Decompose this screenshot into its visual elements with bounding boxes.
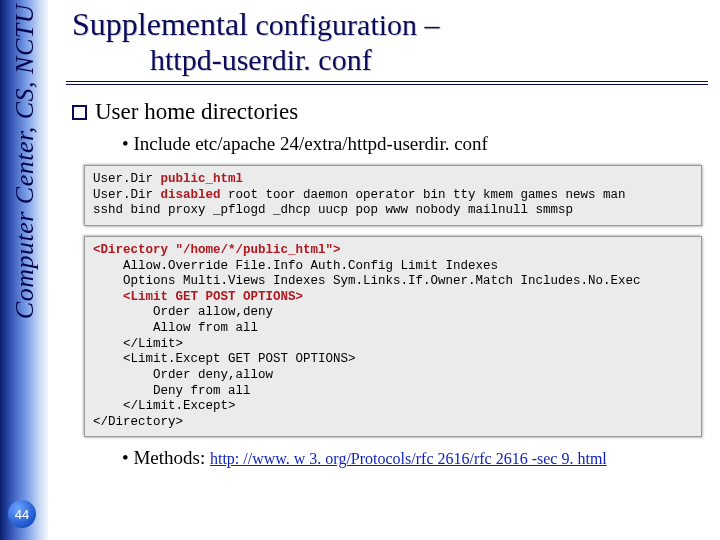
slide-title: Supplemental configuration – [72,6,708,43]
square-bullet-icon [72,105,87,120]
code-text: Deny from all [93,384,251,398]
slide: Computer Center, CS, NCTU 44 Supplementa… [0,0,720,540]
code-text: Allow from all [93,321,258,335]
section-heading: User home directories [72,99,708,125]
methods-link[interactable]: http: //www. w 3. org/Protocols/rfc 2616… [210,450,607,467]
code-text: </Limit.Except> [93,399,236,413]
code-keyword: disabled [161,188,221,202]
code-block-directory: <Directory "/home/*/public_html"> Allow.… [84,236,702,438]
code-text: <Limit.Except GET POST OPTIONS> [93,352,356,366]
main-content: Supplemental configuration – httpd-userd… [48,0,720,540]
methods-label: Methods: [133,447,210,468]
institution-label: Computer Center, CS, NCTU [10,4,40,319]
code-keyword: public_html [161,172,244,186]
page-number-badge: 44 [8,500,36,528]
title-block: Supplemental configuration – httpd-userd… [66,6,708,85]
code-directive: <Limit GET POST OPTIONS> [123,290,303,304]
slide-subtitle: httpd-userdir. conf [150,43,708,77]
code-text: Order allow,deny [93,305,273,319]
bullet-include: Include etc/apache 24/extra/httpd-userdi… [122,133,708,155]
code-directive: "/home/*/public_html"> [176,243,341,257]
code-text: sshd bind proxy _pflogd _dhcp uucp pop w… [93,203,573,217]
sidebar: Computer Center, CS, NCTU 44 [0,0,48,540]
section: User home directories Include etc/apache… [66,99,708,155]
code-text: Options Multi.Views Indexes Sym.Links.If… [93,274,641,288]
code-text: root toor daemon operator bin tty kmem g… [221,188,626,202]
code-directive: <Directory [93,243,176,257]
code-text: </Directory> [93,415,183,429]
code-text: User.Dir [93,188,161,202]
title-main: Supplemental [72,6,248,42]
code-block-userdir: User.Dir public_html User.Dir disabled r… [84,165,702,226]
bullet-methods: • Methods: http: //www. w 3. org/Protoco… [122,447,708,469]
code-text: </Limit> [93,337,183,351]
code-text: Allow.Override File.Info Auth.Config Lim… [93,259,498,273]
title-tail: configuration – [248,8,440,41]
code-text: Order deny,allow [93,368,273,382]
code-indent [93,290,123,304]
code-text: User.Dir [93,172,161,186]
section-heading-text: User home directories [95,99,298,124]
